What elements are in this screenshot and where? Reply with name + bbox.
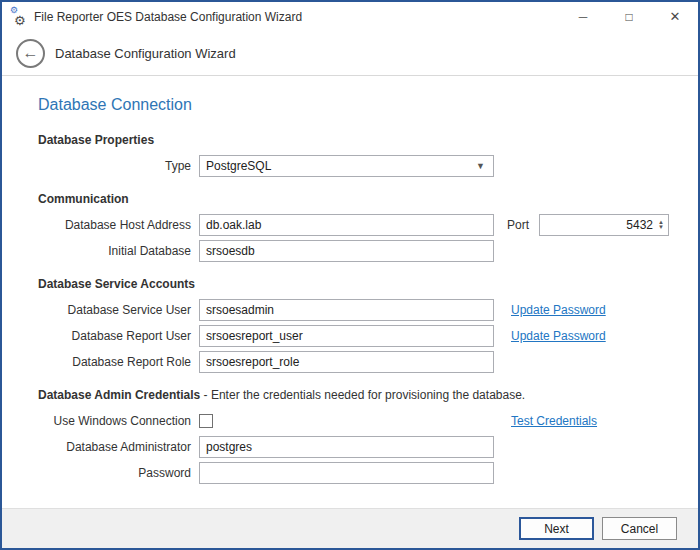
minimize-button[interactable]: ─ [560, 2, 606, 31]
report-role-input[interactable] [199, 351, 494, 373]
service-user-input[interactable] [199, 299, 494, 321]
wizard-header: ← Database Configuration Wizard [2, 31, 698, 76]
host-row: Database Host Address Port ▲ ▼ [38, 214, 673, 236]
update-password-link-service[interactable]: Update Password [511, 303, 606, 317]
section-admin-credentials: Database Admin Credentials - Enter the c… [38, 388, 673, 402]
port-input[interactable] [540, 218, 657, 232]
window-title: File Reporter OES Database Configuration… [34, 10, 302, 24]
windows-connection-label: Use Windows Connection [38, 414, 199, 428]
footer-bar: Next Cancel [2, 508, 698, 548]
cancel-button[interactable]: Cancel [602, 517, 677, 540]
service-user-row: Database Service User Update Password [38, 299, 673, 321]
report-role-row: Database Report Role [38, 351, 673, 373]
port-stepper[interactable]: ▲ ▼ [657, 220, 668, 230]
maximize-button[interactable]: □ [606, 2, 652, 31]
update-password-link-report[interactable]: Update Password [511, 329, 606, 343]
content-area: Database Connection Database Properties … [2, 76, 698, 508]
windows-connection-row: Use Windows Connection Test Credentials [38, 410, 673, 432]
section-database-properties: Database Properties [38, 133, 673, 147]
wizard-header-title: Database Configuration Wizard [55, 46, 236, 61]
port-label: Port [507, 218, 533, 232]
page-title: Database Connection [38, 96, 673, 114]
database-type-dropdown[interactable]: PostgreSQL ▼ [199, 155, 494, 177]
windows-connection-checkbox[interactable] [199, 414, 213, 428]
close-button[interactable]: ✕ [652, 2, 698, 31]
admin-user-label: Database Administrator [38, 440, 199, 454]
chevron-down-icon: ▼ [476, 161, 489, 171]
app-gears-icon: ⚙ ⚙ [10, 9, 28, 25]
database-type-value: PostgreSQL [206, 159, 476, 173]
password-input[interactable] [199, 462, 494, 484]
service-user-label: Database Service User [38, 303, 199, 317]
host-input[interactable] [199, 214, 494, 236]
port-spinner-field: ▲ ▼ [539, 214, 669, 236]
admin-user-row: Database Administrator [38, 436, 673, 458]
section-communication: Communication [38, 192, 673, 206]
type-row: Type PostgreSQL ▼ [38, 155, 673, 177]
admin-credentials-title: Database Admin Credentials [38, 388, 200, 402]
next-button[interactable]: Next [519, 517, 594, 540]
title-bar: ⚙ ⚙ File Reporter OES Database Configura… [2, 2, 698, 31]
admin-credentials-subtitle: - Enter the credentials needed for provi… [200, 388, 525, 402]
wizard-window: ⚙ ⚙ File Reporter OES Database Configura… [0, 0, 700, 550]
back-button[interactable]: ← [16, 39, 45, 68]
spin-down-icon[interactable]: ▼ [658, 225, 664, 230]
password-row: Password [38, 462, 673, 484]
host-label: Database Host Address [38, 218, 199, 232]
type-label: Type [38, 159, 199, 173]
initial-db-label: Initial Database [38, 244, 199, 258]
report-user-input[interactable] [199, 325, 494, 347]
window-controls: ─ □ ✕ [560, 2, 698, 31]
report-role-label: Database Report Role [38, 355, 199, 369]
section-service-accounts: Database Service Accounts [38, 277, 673, 291]
gear-big-icon: ⚙ [14, 14, 26, 27]
password-label: Password [38, 466, 199, 480]
initial-db-row: Initial Database [38, 240, 673, 262]
report-user-label: Database Report User [38, 329, 199, 343]
initial-db-input[interactable] [199, 240, 494, 262]
admin-user-input[interactable] [199, 436, 494, 458]
back-arrow-icon: ← [23, 45, 39, 61]
test-credentials-link[interactable]: Test Credentials [511, 414, 597, 428]
report-user-row: Database Report User Update Password [38, 325, 673, 347]
